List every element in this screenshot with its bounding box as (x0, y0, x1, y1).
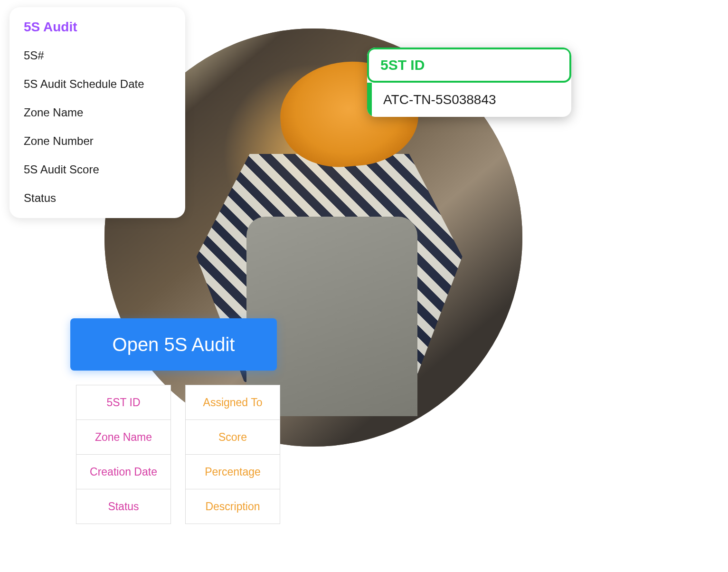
field-columns: 5ST ID Zone Name Creation Date Status As… (76, 385, 280, 524)
audit-field-zone-number[interactable]: Zone Number (24, 134, 171, 148)
audit-field-status[interactable]: Status (24, 191, 171, 205)
cell-assigned-to[interactable]: Assigned To (185, 385, 280, 420)
audit-fields-card: 5S Audit 5S# 5S Audit Schedule Date Zone… (9, 7, 185, 218)
field-column-left: 5ST ID Zone Name Creation Date Status (76, 385, 171, 524)
audit-field-score[interactable]: 5S Audit Score (24, 163, 171, 176)
id-card-value: ATC-TN-5S038843 (372, 83, 508, 117)
cell-status[interactable]: Status (76, 489, 171, 524)
open-5s-audit-button[interactable]: Open 5S Audit (70, 318, 277, 371)
id-accent-bar (367, 83, 372, 117)
cell-description[interactable]: Description (185, 489, 280, 524)
audit-field-schedule-date[interactable]: 5S Audit Schedule Date (24, 77, 171, 91)
cell-5st-id[interactable]: 5ST ID (76, 385, 171, 420)
id-card: 5ST ID ATC-TN-5S038843 (367, 48, 571, 117)
audit-field-5s-number[interactable]: 5S# (24, 49, 171, 62)
field-column-right: Assigned To Score Percentage Description (185, 385, 280, 524)
id-card-label: 5ST ID (367, 48, 571, 83)
cell-zone-name[interactable]: Zone Name (76, 419, 171, 455)
audit-card-title: 5S Audit (24, 19, 171, 35)
audit-field-zone-name[interactable]: Zone Name (24, 106, 171, 119)
cell-creation-date[interactable]: Creation Date (76, 454, 171, 489)
cell-percentage[interactable]: Percentage (185, 454, 280, 489)
cell-score[interactable]: Score (185, 419, 280, 455)
